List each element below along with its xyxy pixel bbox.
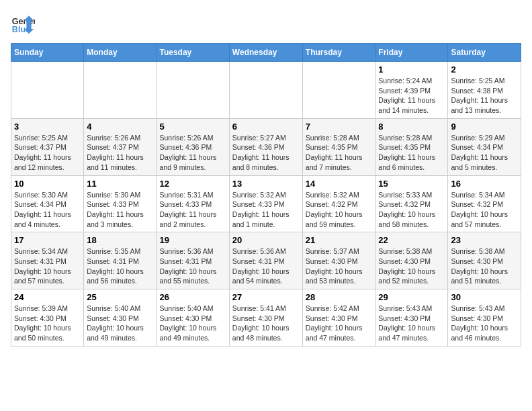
calendar-cell: 6Sunrise: 5:27 AMSunset: 4:36 PMDaylight… <box>229 118 302 175</box>
calendar-cell: 3Sunrise: 5:25 AMSunset: 4:37 PMDaylight… <box>11 118 84 175</box>
calendar-cell: 25Sunrise: 5:40 AMSunset: 4:30 PMDayligh… <box>84 289 157 347</box>
day-number: 12 <box>160 179 226 189</box>
day-info: Sunrise: 5:32 AMSunset: 4:32 PMDaylight:… <box>306 190 373 230</box>
day-info: Sunrise: 5:39 AMSunset: 4:30 PMDaylight:… <box>14 304 81 343</box>
day-number: 16 <box>451 179 518 189</box>
calendar-cell: 7Sunrise: 5:28 AMSunset: 4:35 PMDaylight… <box>302 118 375 175</box>
day-number: 2 <box>451 64 518 75</box>
day-number: 14 <box>306 179 373 189</box>
day-number: 24 <box>14 292 81 302</box>
calendar-cell: 18Sunrise: 5:35 AMSunset: 4:31 PMDayligh… <box>84 232 157 289</box>
day-info: Sunrise: 5:27 AMSunset: 4:36 PMDaylight:… <box>232 133 300 173</box>
page-header: General Blue <box>11 11 521 35</box>
day-number: 8 <box>378 122 445 132</box>
calendar-cell <box>229 62 302 119</box>
weekday-header: Sunday <box>11 44 84 62</box>
day-number: 1 <box>378 64 445 75</box>
calendar-cell: 4Sunrise: 5:26 AMSunset: 4:37 PMDaylight… <box>84 118 157 175</box>
calendar-cell: 20Sunrise: 5:36 AMSunset: 4:31 PMDayligh… <box>229 232 302 289</box>
day-info: Sunrise: 5:33 AMSunset: 4:32 PMDaylight:… <box>378 190 445 230</box>
day-info: Sunrise: 5:25 AMSunset: 4:38 PMDaylight:… <box>451 76 518 116</box>
day-info: Sunrise: 5:36 AMSunset: 4:31 PMDaylight:… <box>160 246 226 286</box>
calendar-cell <box>302 62 375 119</box>
day-number: 22 <box>378 235 445 245</box>
logo: General Blue <box>11 11 38 35</box>
calendar-cell: 1Sunrise: 5:24 AMSunset: 4:39 PMDaylight… <box>375 62 448 119</box>
day-number: 27 <box>232 292 300 302</box>
calendar-cell: 12Sunrise: 5:31 AMSunset: 4:33 PMDayligh… <box>157 175 229 232</box>
day-number: 5 <box>160 122 226 132</box>
calendar-week-row: 10Sunrise: 5:30 AMSunset: 4:34 PMDayligh… <box>11 175 521 232</box>
calendar-table: SundayMondayTuesdayWednesdayThursdayFrid… <box>11 43 521 347</box>
day-info: Sunrise: 5:38 AMSunset: 4:30 PMDaylight:… <box>451 246 518 286</box>
day-number: 4 <box>87 122 153 132</box>
day-info: Sunrise: 5:28 AMSunset: 4:35 PMDaylight:… <box>378 133 445 173</box>
day-info: Sunrise: 5:32 AMSunset: 4:33 PMDaylight:… <box>232 190 300 230</box>
day-info: Sunrise: 5:41 AMSunset: 4:30 PMDaylight:… <box>232 304 300 343</box>
weekday-header: Monday <box>84 44 157 62</box>
day-info: Sunrise: 5:25 AMSunset: 4:37 PMDaylight:… <box>14 133 81 173</box>
calendar-cell: 24Sunrise: 5:39 AMSunset: 4:30 PMDayligh… <box>11 289 84 347</box>
day-info: Sunrise: 5:42 AMSunset: 4:30 PMDaylight:… <box>306 304 373 343</box>
day-number: 17 <box>14 235 81 245</box>
calendar-cell: 13Sunrise: 5:32 AMSunset: 4:33 PMDayligh… <box>229 175 302 232</box>
logo-icon: General Blue <box>11 11 35 35</box>
weekday-header: Friday <box>375 44 448 62</box>
day-info: Sunrise: 5:30 AMSunset: 4:33 PMDaylight:… <box>87 190 153 230</box>
calendar-cell: 14Sunrise: 5:32 AMSunset: 4:32 PMDayligh… <box>302 175 375 232</box>
day-number: 18 <box>87 235 153 245</box>
day-number: 23 <box>451 235 518 245</box>
day-info: Sunrise: 5:26 AMSunset: 4:37 PMDaylight:… <box>87 133 153 173</box>
day-number: 10 <box>14 179 81 189</box>
calendar-cell: 26Sunrise: 5:40 AMSunset: 4:30 PMDayligh… <box>157 289 229 347</box>
calendar-cell: 22Sunrise: 5:38 AMSunset: 4:30 PMDayligh… <box>375 232 448 289</box>
day-info: Sunrise: 5:34 AMSunset: 4:32 PMDaylight:… <box>451 190 518 230</box>
day-number: 30 <box>451 292 518 302</box>
calendar-cell: 23Sunrise: 5:38 AMSunset: 4:30 PMDayligh… <box>448 232 521 289</box>
day-info: Sunrise: 5:35 AMSunset: 4:31 PMDaylight:… <box>87 246 153 286</box>
calendar-cell: 30Sunrise: 5:43 AMSunset: 4:30 PMDayligh… <box>448 289 521 347</box>
day-info: Sunrise: 5:31 AMSunset: 4:33 PMDaylight:… <box>160 190 226 230</box>
day-info: Sunrise: 5:28 AMSunset: 4:35 PMDaylight:… <box>306 133 373 173</box>
weekday-header: Saturday <box>448 44 521 62</box>
day-info: Sunrise: 5:40 AMSunset: 4:30 PMDaylight:… <box>160 304 226 343</box>
calendar-cell <box>11 62 84 119</box>
day-info: Sunrise: 5:40 AMSunset: 4:30 PMDaylight:… <box>87 304 153 343</box>
weekday-header: Wednesday <box>229 44 302 62</box>
day-number: 11 <box>87 179 153 189</box>
calendar-cell <box>157 62 229 119</box>
calendar-cell: 27Sunrise: 5:41 AMSunset: 4:30 PMDayligh… <box>229 289 302 347</box>
day-info: Sunrise: 5:29 AMSunset: 4:34 PMDaylight:… <box>451 133 518 173</box>
calendar-cell: 5Sunrise: 5:26 AMSunset: 4:36 PMDaylight… <box>157 118 229 175</box>
day-number: 6 <box>232 122 300 132</box>
day-info: Sunrise: 5:43 AMSunset: 4:30 PMDaylight:… <box>378 304 445 343</box>
day-info: Sunrise: 5:38 AMSunset: 4:30 PMDaylight:… <box>378 246 445 286</box>
day-number: 28 <box>306 292 373 302</box>
day-number: 19 <box>160 235 226 245</box>
calendar-cell: 16Sunrise: 5:34 AMSunset: 4:32 PMDayligh… <box>448 175 521 232</box>
calendar-cell: 9Sunrise: 5:29 AMSunset: 4:34 PMDaylight… <box>448 118 521 175</box>
day-info: Sunrise: 5:36 AMSunset: 4:31 PMDaylight:… <box>232 246 300 286</box>
day-info: Sunrise: 5:37 AMSunset: 4:30 PMDaylight:… <box>306 246 373 286</box>
day-number: 15 <box>378 179 445 189</box>
day-number: 7 <box>306 122 373 132</box>
day-number: 3 <box>14 122 81 132</box>
weekday-header: Thursday <box>302 44 375 62</box>
calendar-week-row: 1Sunrise: 5:24 AMSunset: 4:39 PMDaylight… <box>11 62 521 119</box>
day-number: 29 <box>378 292 445 302</box>
calendar-cell <box>84 62 157 119</box>
calendar-week-row: 24Sunrise: 5:39 AMSunset: 4:30 PMDayligh… <box>11 289 521 347</box>
calendar-cell: 8Sunrise: 5:28 AMSunset: 4:35 PMDaylight… <box>375 118 448 175</box>
calendar-cell: 21Sunrise: 5:37 AMSunset: 4:30 PMDayligh… <box>302 232 375 289</box>
day-number: 9 <box>451 122 518 132</box>
calendar-cell: 19Sunrise: 5:36 AMSunset: 4:31 PMDayligh… <box>157 232 229 289</box>
day-number: 26 <box>160 292 226 302</box>
day-info: Sunrise: 5:34 AMSunset: 4:31 PMDaylight:… <box>14 246 81 286</box>
calendar-cell: 29Sunrise: 5:43 AMSunset: 4:30 PMDayligh… <box>375 289 448 347</box>
day-number: 21 <box>306 235 373 245</box>
day-info: Sunrise: 5:43 AMSunset: 4:30 PMDaylight:… <box>451 304 518 343</box>
calendar-cell: 17Sunrise: 5:34 AMSunset: 4:31 PMDayligh… <box>11 232 84 289</box>
day-number: 20 <box>232 235 300 245</box>
calendar-cell: 2Sunrise: 5:25 AMSunset: 4:38 PMDaylight… <box>448 62 521 119</box>
day-info: Sunrise: 5:26 AMSunset: 4:36 PMDaylight:… <box>160 133 226 173</box>
